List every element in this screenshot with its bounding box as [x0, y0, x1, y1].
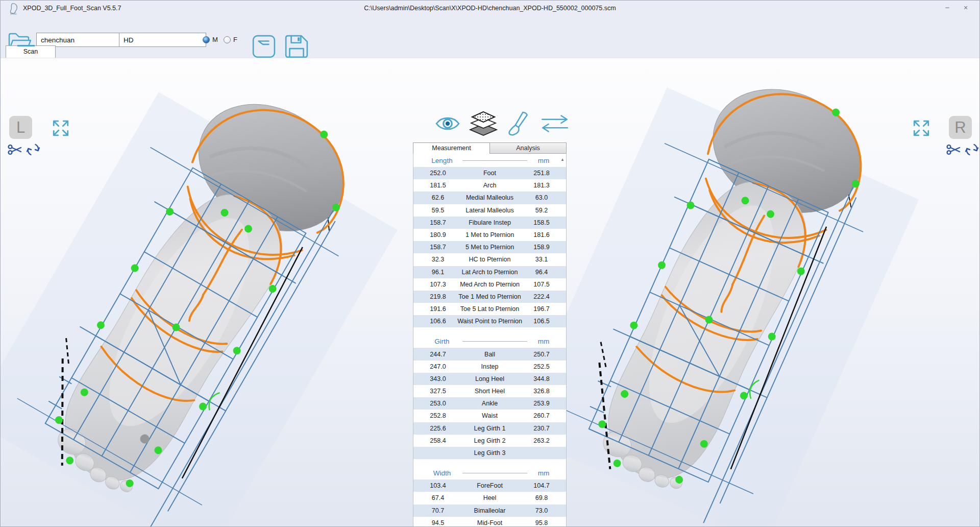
toolbar: M F — [1, 16, 979, 45]
table-row[interactable]: Leg Girth 3 — [413, 447, 566, 459]
table-row[interactable]: 191.6Toe 5 Lat to Pternion196.7 — [413, 303, 566, 315]
measure-value: 180.9 — [420, 231, 456, 238]
measure-value: 251.8 — [523, 170, 560, 177]
measure-value: 252.5 — [523, 363, 560, 370]
minimize-button[interactable]: − — [940, 2, 955, 14]
table-row[interactable]: 253.0Ankle253.9 — [413, 397, 566, 410]
table-row[interactable]: 96.1Lat Arch to Pternion96.4 — [413, 266, 566, 278]
table-row[interactable]: 32.3HC to Pternion33.1 — [413, 253, 566, 266]
measure-value: 107.3 — [420, 281, 456, 288]
measure-value: 230.7 — [523, 425, 560, 432]
table-row[interactable]: 158.7Fibulare Instep158.5 — [413, 217, 566, 229]
tab-scan-label: Scan — [23, 48, 38, 55]
measure-value: 158.7 — [420, 244, 456, 251]
expand-left-view-icon[interactable] — [52, 119, 70, 137]
right-foot-button[interactable]: R — [949, 116, 972, 139]
measure-value: 181.5 — [420, 182, 456, 189]
measure-label: 5 Met to Pternion — [456, 244, 523, 251]
measure-value: 59.2 — [523, 207, 560, 214]
table-row[interactable]: 181.5Arch181.3 — [413, 179, 566, 191]
table-row[interactable]: 219.8Toe 1 Med to Pternion222.4 — [413, 291, 566, 303]
paint-brush-icon[interactable] — [507, 111, 531, 136]
measure-value: 344.8 — [523, 375, 560, 382]
table-row[interactable]: 62.6Medial Malleolus63.0 — [413, 191, 566, 204]
table-row[interactable]: 158.75 Met to Pternion158.9 — [413, 241, 566, 253]
measure-value: 225.6 — [420, 425, 456, 432]
unit-label: mm — [534, 157, 553, 164]
3d-viewport-area: L R — [1, 58, 980, 527]
measure-value: 96.4 — [523, 269, 560, 276]
cut-scissors-icon[interactable] — [946, 142, 961, 157]
swap-views-arrows-icon[interactable] — [540, 114, 570, 133]
measure-value: 258.4 — [420, 437, 456, 444]
gender-male-radio[interactable] — [203, 36, 210, 43]
close-button[interactable]: × — [958, 2, 973, 14]
table-row[interactable]: 252.0Foot251.8 — [413, 167, 566, 179]
rotate-reset-icon[interactable] — [26, 142, 40, 157]
measure-label: HC to Pternion — [456, 256, 523, 263]
measure-value: 63.0 — [523, 194, 560, 201]
measure-value: 33.1 — [523, 256, 560, 263]
title-bar: XPOD XPOD_3D_Full_Foot_Scan V5.5.7 C:\Us… — [1, 1, 979, 16]
gender-male-label: M — [212, 36, 218, 43]
measure-value: 158.9 — [523, 244, 560, 251]
section-header-length: Length mm — [413, 154, 566, 167]
measure-label: Toe 1 Med to Pternion — [456, 293, 523, 300]
divider — [462, 160, 527, 161]
table-row[interactable]: 252.8Waist260.7 — [413, 410, 566, 422]
visibility-eye-icon[interactable] — [435, 115, 460, 132]
table-row[interactable]: 225.6Leg Girth 1230.7 — [413, 422, 566, 435]
measure-value: 96.1 — [420, 269, 456, 276]
measure-value: 247.0 — [420, 363, 456, 370]
table-row[interactable]: 258.4Leg Girth 2263.2 — [413, 435, 566, 447]
svg-text:XPOD: XPOD — [10, 13, 17, 15]
measure-value: 95.8 — [523, 519, 560, 526]
table-row[interactable]: 327.5Short Heel326.8 — [413, 385, 566, 397]
measure-label: Lateral Malleolus — [456, 207, 523, 214]
table-row[interactable]: 244.7Ball250.7 — [413, 348, 566, 360]
table-row[interactable]: 343.0Long Heel344.8 — [413, 373, 566, 385]
measure-value: 69.8 — [523, 494, 560, 501]
measure-value: 253.9 — [523, 400, 560, 407]
gender-female-radio[interactable] — [224, 36, 231, 43]
section-header-girth: Girth mm — [413, 334, 566, 348]
measure-value: 103.4 — [420, 482, 456, 489]
unit-label: mm — [534, 338, 553, 345]
measure-label: Short Heel — [456, 388, 523, 395]
measure-label: Waist Point to Pternion — [456, 318, 523, 325]
table-row[interactable]: 94.5Mid-Foot95.8 — [413, 517, 566, 527]
layers-icon[interactable] — [469, 111, 498, 136]
measure-value: 263.2 — [523, 437, 560, 444]
tab-measurement[interactable]: Measurement — [413, 142, 490, 154]
rotate-reset-icon[interactable] — [965, 142, 979, 157]
measure-label: Mid-Foot — [456, 519, 523, 526]
measure-label: Ball — [456, 351, 523, 358]
measure-label: Leg Girth 3 — [456, 449, 523, 457]
length-table: 252.0Foot251.8181.5Arch181.362.6Medial M… — [413, 167, 566, 327]
table-row[interactable]: 180.91 Met to Pternion181.6 — [413, 229, 566, 241]
measure-value: 252.8 — [420, 412, 456, 419]
cut-scissors-icon[interactable] — [7, 142, 22, 157]
expand-right-view-icon[interactable] — [912, 119, 930, 137]
table-row[interactable]: 103.4ForeFoot104.7 — [413, 480, 566, 492]
table-row[interactable]: 107.3Med Arch to Pternion107.5 — [413, 278, 566, 291]
table-row[interactable]: 106.6Waist Point to Pternion106.5 — [413, 315, 566, 327]
scroll-up-arrow[interactable]: ▲ — [560, 157, 565, 162]
table-row[interactable]: 67.4Heel69.8 — [413, 492, 566, 504]
right-foot-3d-view[interactable] — [511, 58, 939, 527]
tab-strip: Scan — [1, 45, 979, 58]
measure-label: Leg Girth 2 — [456, 437, 523, 444]
measure-label: Med Arch to Pternion — [456, 281, 523, 288]
table-row[interactable]: 59.5Lateral Malleolus59.2 — [413, 204, 566, 217]
section-header-width: Width mm — [413, 466, 566, 480]
tab-analysis[interactable]: Analysis — [490, 142, 567, 154]
measure-value: 104.7 — [523, 482, 560, 489]
measure-value: 219.8 — [420, 293, 456, 300]
left-foot-button[interactable]: L — [9, 116, 32, 139]
table-row[interactable]: 70.7Bimalleolar73.0 — [413, 505, 566, 517]
tab-scan[interactable]: Scan — [6, 45, 56, 58]
measurement-panel: Measurement Analysis ▲ ▼ Length mm 252.0… — [413, 142, 567, 527]
scan-type-input[interactable] — [119, 33, 206, 47]
patient-name-input[interactable] — [36, 33, 124, 47]
table-row[interactable]: 247.0Instep252.5 — [413, 361, 566, 373]
